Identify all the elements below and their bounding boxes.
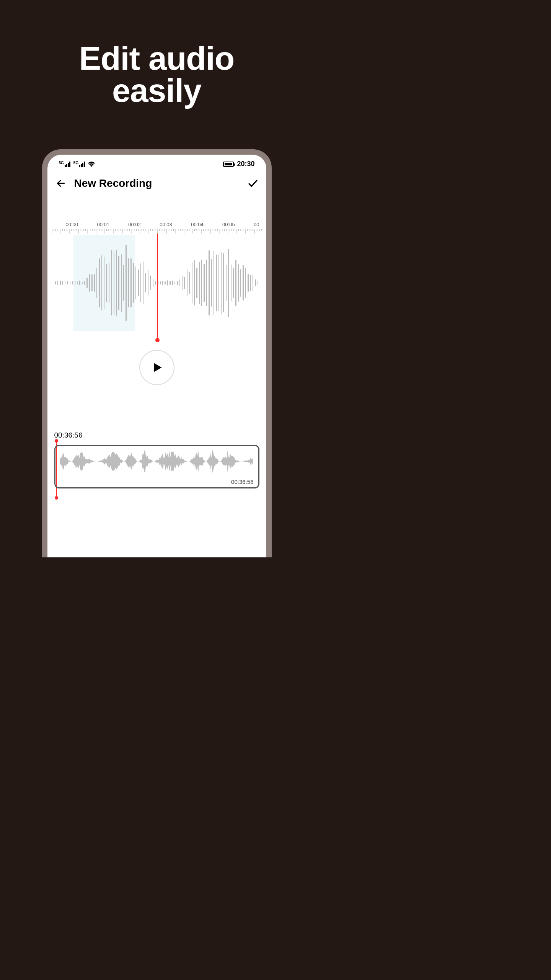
signal-icon: 5G xyxy=(59,162,70,167)
promo-headline: Edit audio easily xyxy=(0,0,313,107)
check-icon xyxy=(247,178,259,189)
app-header: New Recording xyxy=(47,170,266,195)
play-icon xyxy=(150,361,163,374)
waveform-area: 00:00 00:01 00:02 00:03 00:04 00:05 00 xyxy=(47,195,266,331)
overview-selection[interactable]: 00:36:56 xyxy=(54,445,259,488)
overview-box[interactable]: 00:36:56 xyxy=(54,445,259,488)
time-label: 00:05 xyxy=(222,222,235,227)
current-time-label: 00:36:56 xyxy=(54,431,259,439)
overview-timeline: 00:36:56 00:36:56 xyxy=(47,431,266,488)
headline-line-2: easily xyxy=(112,72,201,109)
time-label: 00:02 xyxy=(128,222,141,227)
phone-screen: 5G 5G 20:30 xyxy=(47,155,266,557)
page-title: New Recording xyxy=(74,177,152,189)
play-button[interactable] xyxy=(139,350,174,385)
phone-frame: 5G 5G 20:30 xyxy=(42,149,272,557)
time-label: 00 xyxy=(254,222,259,227)
overview-waveform xyxy=(60,448,254,474)
back-button[interactable] xyxy=(55,178,67,189)
time-label: 00:04 xyxy=(191,222,204,227)
arrow-left-icon xyxy=(56,178,66,188)
timeline-labels: 00:00 00:01 00:02 00:03 00:04 00:05 00 xyxy=(52,222,262,227)
waveform-canvas[interactable] xyxy=(52,235,262,331)
done-button[interactable] xyxy=(247,178,259,189)
network-badge-2: 5G xyxy=(73,161,78,165)
time-label: 00:03 xyxy=(160,222,172,227)
network-badge: 5G xyxy=(59,161,64,165)
time-label: 00:00 xyxy=(66,222,78,227)
status-clock: 20:30 xyxy=(237,160,254,168)
wifi-icon xyxy=(88,162,95,167)
play-controls xyxy=(47,350,266,385)
status-right: 20:30 xyxy=(223,160,254,168)
time-label: 00:01 xyxy=(97,222,109,227)
battery-icon xyxy=(223,162,234,167)
playhead[interactable] xyxy=(157,234,158,339)
signal-icon-2: 5G xyxy=(73,162,85,167)
duration-label: 00:36:56 xyxy=(231,479,253,485)
status-left: 5G 5G xyxy=(59,162,95,167)
headline-line-1: Edit audio xyxy=(79,40,235,77)
status-bar: 5G 5G 20:30 xyxy=(47,155,266,170)
